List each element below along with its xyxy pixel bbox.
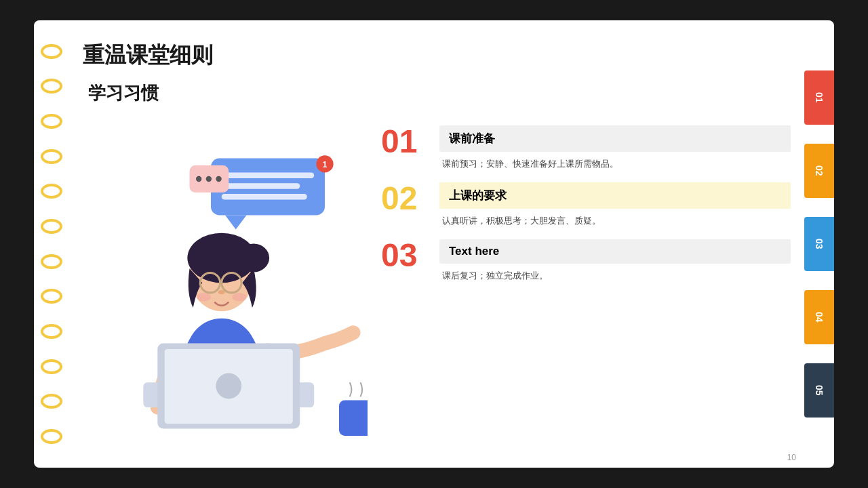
svg-rect-4 (222, 194, 307, 199)
spiral-ring (41, 184, 62, 199)
rule-header-2: 上课的要求 (439, 182, 791, 209)
svg-rect-3 (222, 183, 300, 188)
svg-point-18 (197, 293, 211, 302)
nav-tab-2[interactable]: 02 (804, 144, 834, 198)
svg-point-24 (216, 373, 241, 399)
svg-rect-2 (222, 173, 315, 178)
rule-item-2: 02 上课的要求 认真听讲，积极思考；大胆发言、质疑。 (381, 182, 791, 228)
spiral-ring (41, 394, 62, 409)
illustration-svg: 1 (83, 137, 368, 436)
rule-content-2: 上课的要求 认真听讲，积极思考；大胆发言、质疑。 (439, 182, 791, 228)
svg-point-13 (238, 244, 269, 272)
svg-rect-25 (339, 401, 368, 436)
rule-item-1: 01 课前准备 课前预习；安静、快速准备好上课所需物品。 (381, 125, 791, 171)
nav-tab-1[interactable]: 01 (804, 70, 834, 125)
svg-marker-1 (225, 216, 247, 230)
content-area: 1 (83, 119, 791, 454)
rule-content-3: Text here 课后复习；独立完成作业。 (439, 239, 791, 283)
spiral-ring (41, 324, 62, 339)
rule-header-1: 课前准备 (439, 125, 791, 152)
spiral-ring (41, 79, 62, 94)
rule-content-1: 课前准备 课前预习；安静、快速准备好上课所需物品。 (439, 125, 791, 171)
spiral-ring (41, 44, 62, 59)
spiral-binding (34, 20, 69, 468)
svg-point-9 (206, 176, 212, 182)
rule-number-3: 03 (381, 239, 429, 272)
spiral-ring (41, 289, 62, 304)
rule-description-2: 认真听讲，积极思考；大胆发言、质疑。 (439, 214, 791, 228)
nav-tab-3[interactable]: 03 (804, 217, 834, 271)
spiral-ring (41, 219, 62, 234)
spiral-ring (41, 359, 62, 374)
rule-header-3: Text here (439, 239, 791, 264)
spiral-ring (41, 149, 62, 164)
svg-point-19 (233, 293, 247, 302)
page-number: 10 (787, 453, 796, 462)
rule-number-2: 02 (381, 182, 429, 215)
rule-description-3: 课后复习；独立完成作业。 (439, 269, 791, 283)
main-content: 重温课堂细则 学习习惯 1 (69, 20, 804, 468)
section-title: 学习习惯 (83, 81, 791, 105)
svg-point-8 (196, 176, 201, 182)
svg-point-17 (218, 290, 226, 294)
page-title: 重温课堂细则 (83, 41, 791, 70)
rule-item-3: 03 Text here 课后复习；独立完成作业。 (381, 239, 791, 283)
rule-description-1: 课前预习；安静、快速准备好上课所需物品。 (439, 157, 791, 171)
svg-text:1: 1 (322, 160, 327, 169)
rule-number-1: 01 (381, 125, 429, 158)
spiral-ring (41, 254, 62, 269)
right-navigation: 01 02 03 04 05 (804, 20, 834, 468)
spiral-ring (41, 429, 62, 444)
svg-point-10 (216, 176, 221, 182)
nav-tab-5[interactable]: 05 (804, 363, 834, 418)
illustration-area: 1 (83, 119, 368, 454)
spiral-ring (41, 114, 62, 129)
slide: 01 02 03 04 05 重温课堂细则 学习习惯 (34, 20, 834, 468)
nav-tab-4[interactable]: 04 (804, 290, 834, 344)
rules-list: 01 课前准备 课前预习；安静、快速准备好上课所需物品。 02 上课的要求 认真… (381, 119, 791, 454)
